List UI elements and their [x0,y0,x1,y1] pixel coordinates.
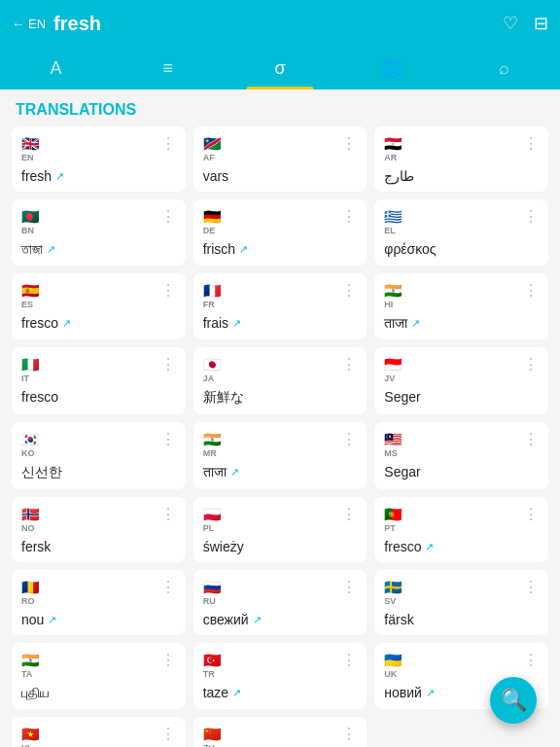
translation-card: 🇫🇷FR⋮frais↗ [193,273,368,339]
back-button[interactable]: ← EN [12,17,46,31]
translation-word: Segar [384,464,539,480]
flag-lang: 🇺🇦UK [384,653,405,679]
lang-code: VI [21,743,30,747]
external-link-icon[interactable]: ↗ [411,317,420,330]
more-button[interactable]: ⋮ [523,507,539,522]
card-header: 🇬🇧EN⋮ [21,136,176,162]
lang-code: FR [203,300,215,309]
tab-sigma[interactable]: σ [224,47,335,89]
card-header: 🇮🇹IT⋮ [21,357,176,383]
external-link-icon[interactable]: ↗ [425,541,434,553]
flag-lang: 🇮🇳TA [21,653,43,679]
more-button[interactable]: ⋮ [341,727,357,742]
lang-code: JV [384,374,395,383]
translation-card: 🇨🇳ZH⋮新的 [193,717,368,747]
more-button[interactable]: ⋮ [341,507,357,522]
flag-lang: 🇷🇺RU [203,580,225,606]
more-button[interactable]: ⋮ [160,653,176,668]
lang-code: TR [203,669,215,679]
external-link-icon[interactable]: ↗ [48,614,56,626]
card-header: 🇳🇦AF⋮ [203,136,358,162]
flag-icon: 🇹🇷 [203,653,225,667]
external-link-icon[interactable]: ↗ [62,317,71,330]
more-button[interactable]: ⋮ [523,432,539,447]
flag-icon: 🇮🇳 [203,432,225,446]
flag-lang: 🇳🇦AF [203,136,225,162]
word-text: 신선한 [21,464,62,481]
flag-lang: 🇩🇪DE [203,209,225,235]
more-button[interactable]: ⋮ [160,209,176,225]
external-link-icon[interactable]: ↗ [232,687,241,699]
more-button[interactable]: ⋮ [523,209,539,225]
translation-word: vars [203,168,358,184]
more-button[interactable]: ⋮ [160,507,176,522]
more-button[interactable]: ⋮ [523,136,539,152]
bookmark-icon[interactable]: ⊟ [534,13,548,34]
translation-card: 🇻🇳VI⋮tươi [12,717,186,747]
card-header: 🇮🇩JV⋮ [384,357,539,383]
word-text: свежий [203,612,249,627]
external-link-icon[interactable]: ↗ [253,614,262,626]
external-link-icon[interactable]: ↗ [426,687,435,699]
flag-icon: 🇨🇳 [203,727,225,741]
flag-lang: 🇧🇩BN [21,209,43,235]
more-button[interactable]: ⋮ [160,136,176,152]
lang-code: RO [21,596,35,606]
translation-card: 🇷🇺RU⋮свежий↗ [193,570,368,635]
more-button[interactable]: ⋮ [160,432,176,447]
more-button[interactable]: ⋮ [341,653,357,668]
page-title: fresh [53,13,503,35]
flag-icon: 🇲🇾 [384,432,405,446]
word-text: vars [203,168,228,184]
more-button[interactable]: ⋮ [160,727,176,742]
tab-list[interactable]: ≡ [112,47,224,89]
tab-alpha[interactable]: A [0,47,112,89]
more-button[interactable]: ⋮ [341,580,357,595]
more-button[interactable]: ⋮ [523,357,539,373]
translation-card: 🇬🇷EL⋮φρέσκος [374,199,548,266]
back-lang-label: EN [28,17,46,31]
external-link-icon[interactable]: ↗ [55,170,64,183]
external-link-icon[interactable]: ↗ [230,466,239,479]
external-link-icon[interactable]: ↗ [232,317,241,330]
more-button[interactable]: ⋮ [160,283,176,299]
header: ← EN fresh ♡ ⊟ [0,0,560,47]
lang-code: HI [384,300,393,309]
flag-icon: 🇬🇧 [21,136,43,151]
more-button[interactable]: ⋮ [341,209,357,225]
translation-word: fresco [21,389,176,405]
lang-code: ES [21,300,33,309]
flag-lang: 🇰🇷KO [21,432,43,458]
heart-icon[interactable]: ♡ [503,13,518,34]
translation-card: 🇲🇾MS⋮Segar [374,422,548,489]
translation-word: புதிய [21,685,176,701]
flag-lang: 🇮🇳HI [384,283,405,309]
more-button[interactable]: ⋮ [341,432,357,447]
more-button[interactable]: ⋮ [341,136,357,152]
translation-card: 🇵🇹PT⋮fresco↗ [374,497,548,562]
translation-word: 신선한 [21,464,176,481]
translation-word: fersk [21,539,176,554]
more-button[interactable]: ⋮ [523,580,539,595]
more-button[interactable]: ⋮ [160,357,176,373]
flag-lang: 🇨🇳ZH [203,727,225,747]
translation-card: 🇯🇵JA⋮新鮮な [193,347,368,414]
external-link-icon[interactable]: ↗ [239,243,248,256]
tab-search[interactable]: ⌕ [448,47,560,89]
flag-icon: 🇬🇷 [384,209,405,224]
word-text: fersk [21,539,51,554]
card-header: 🇷🇺RU⋮ [203,580,358,606]
fab-search-button[interactable]: 🔍 [490,677,537,724]
more-button[interactable]: ⋮ [341,283,357,299]
card-header: 🇷🇴RO⋮ [21,580,176,606]
tab-globe[interactable]: 🌐 [336,47,448,89]
lang-code: EN [21,153,34,162]
flag-icon: 🇳🇦 [203,136,225,151]
more-button[interactable]: ⋮ [523,283,539,299]
external-link-icon[interactable]: ↗ [47,243,55,256]
more-button[interactable]: ⋮ [160,580,176,595]
more-button[interactable]: ⋮ [341,357,357,373]
more-button[interactable]: ⋮ [523,653,539,668]
flag-icon: 🇵🇹 [384,507,405,521]
flag-icon: 🇸🇪 [384,580,405,594]
